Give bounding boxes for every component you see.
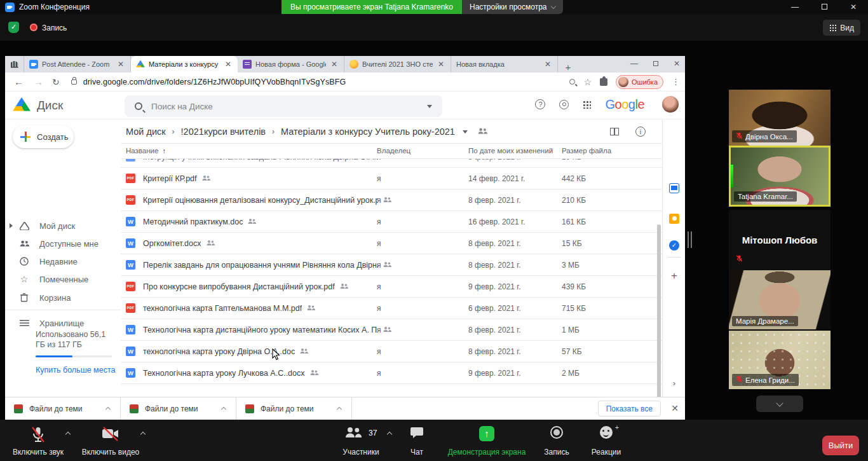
drive-logo-icon[interactable] — [13, 97, 31, 113]
column-modified[interactable]: По дате моих изменений — [468, 147, 553, 155]
tab-close-icon[interactable]: ✕ — [116, 60, 125, 69]
tab-close-icon[interactable]: ✕ — [224, 60, 233, 69]
new-tab-button[interactable]: + — [560, 62, 576, 72]
show-all-button[interactable]: Показать все — [598, 401, 661, 416]
record-button[interactable]: Запись — [539, 423, 574, 458]
expand-caret-icon[interactable] — [10, 223, 13, 228]
audio-options-chevron-icon[interactable] — [65, 432, 71, 437]
zoom-page-icon[interactable] — [569, 79, 575, 85]
file-row[interactable]: PDF Про конкурсне випробування Дистанцій… — [121, 276, 662, 298]
file-row[interactable]: W Перелік завдань для опрацювання учнями… — [121, 254, 662, 276]
participant-video-tile[interactable]: Двірна Окса... — [729, 90, 831, 146]
chevron-up-icon[interactable] — [105, 407, 111, 412]
tab-close-icon[interactable]: ✕ — [330, 60, 339, 69]
calendar-icon[interactable] — [669, 183, 679, 193]
breadcrumb-my-drive[interactable]: Мой диск — [126, 127, 166, 137]
minimize-button[interactable]: — — [780, 3, 810, 11]
file-row[interactable]: W Інструкція учням виконання завдань Рів… — [121, 159, 662, 168]
sidebar-item-my-drive[interactable]: Мой диск — [5, 217, 121, 235]
chat-button[interactable]: Чат — [402, 423, 432, 458]
search-options-caret-icon[interactable] — [427, 105, 432, 108]
sort-ascending-icon[interactable]: ↑ — [162, 147, 166, 155]
sidebar-item-recent[interactable]: Недавние — [5, 252, 121, 270]
buy-storage-link[interactable]: Купить больше места — [36, 366, 115, 375]
scroll-participants-down-button[interactable] — [756, 396, 803, 412]
view-button[interactable]: Вид — [823, 20, 860, 36]
security-shield-icon[interactable]: ✓ — [8, 22, 19, 33]
file-row[interactable]: W Технологічна карта уроку Лучкова А.С..… — [121, 362, 662, 384]
start-video-button[interactable]: Включить видео — [75, 423, 146, 458]
maximize-button[interactable] — [810, 3, 839, 11]
url-text[interactable]: drive.google.com/drive/folders/1Z6HzJfW0… — [83, 78, 346, 86]
file-name: Про конкурсне випробування Дистанційний … — [143, 282, 335, 291]
create-button[interactable]: Создать — [13, 125, 74, 148]
panel-drag-handle[interactable] — [688, 231, 692, 248]
folder-menu-caret-icon[interactable] — [463, 130, 468, 134]
file-row[interactable]: W Оргкомітет.docx я 8 февр. 2021 г. 15 К… — [121, 233, 662, 254]
participant-video-tile[interactable]: Елена Гриди... — [729, 331, 831, 389]
account-avatar[interactable] — [662, 96, 679, 113]
browser-menu-icon[interactable]: ⋮ — [672, 77, 680, 86]
files-bar-3[interactable]: Файли до теми — [236, 397, 352, 420]
sidebar-item-trash[interactable]: Корзина — [5, 289, 121, 306]
keep-icon[interactable] — [669, 214, 679, 224]
column-name[interactable]: Название — [126, 147, 158, 155]
browser-maximize-button[interactable] — [653, 59, 658, 68]
unmute-button[interactable]: Включить звук — [5, 423, 71, 458]
file-row[interactable]: W Методичний практикум.doc я 16 февр. 20… — [121, 211, 662, 233]
pinned-tab[interactable] — [5, 56, 24, 72]
share-screen-button[interactable]: ↑ Демонстрация экрана — [442, 423, 532, 458]
bookmark-star-icon[interactable]: ☆ — [583, 77, 592, 87]
column-owner[interactable]: Владелец — [377, 147, 410, 155]
close-button[interactable]: ✕ — [839, 3, 868, 11]
participant-video-tile[interactable]: Марія Драмаре... — [729, 270, 831, 329]
video-options-chevron-icon[interactable] — [140, 432, 146, 437]
column-size[interactable]: Размер файла — [562, 147, 611, 155]
add-addon-icon[interactable]: + — [663, 270, 686, 282]
files-bar-1[interactable]: Файли до теми — [5, 397, 121, 420]
sidebar-item-starred[interactable]: ☆ Помеченные — [5, 270, 121, 288]
chevron-up-icon[interactable] — [221, 407, 226, 412]
forward-icon[interactable]: → — [34, 76, 43, 87]
tab-new[interactable]: Новая вкладка ✕ — [451, 56, 558, 72]
files-bar-2[interactable]: Файли до теми — [121, 397, 236, 420]
tasks-icon[interactable]: ✓ — [669, 240, 679, 251]
file-row[interactable]: PDF технологічна карта Гаптельманова М.М… — [121, 298, 662, 319]
extensions-icon[interactable] — [600, 78, 607, 86]
browser-addressbar: ← → ↻ drive.google.com/drive/folders/1Z6… — [5, 72, 685, 92]
browser-close-button[interactable]: ✕ — [674, 59, 680, 68]
profile-error-badge[interactable]: Ошибка — [616, 75, 663, 89]
file-row[interactable]: W Технологічна карта дистанційного уроку… — [121, 319, 662, 341]
tab-post-attendee[interactable]: Post Attendee - Zoom ✕ — [24, 56, 131, 72]
file-row[interactable]: PDF Критерії оцінювання деталізовані кон… — [121, 189, 662, 211]
file-row[interactable]: PDF Критерії КР.pdf я 14 февр. 2021 г. 4… — [121, 168, 662, 189]
participant-video-tile[interactable]: Tatjana Kramar... — [729, 146, 831, 207]
breadcrumb-courses[interactable]: !2021курси вчителів — [181, 127, 266, 137]
settings-gear-icon[interactable] — [559, 100, 569, 109]
reactions-button[interactable]: + Реакции — [586, 423, 627, 458]
tab-zno[interactable]: Вчителі 2021 ЗНО стереоме ✕ — [344, 56, 451, 72]
tab-drive-materials[interactable]: Матеріали з конкурсу Учите ✕ — [131, 56, 238, 72]
reload-icon[interactable]: ↻ — [52, 77, 60, 87]
participant-video-tile[interactable]: Мітошоп Любов Мітошоп Любов — [729, 210, 831, 270]
participants-chevron-icon[interactable] — [387, 432, 392, 437]
back-icon[interactable]: ← — [14, 76, 24, 87]
tab-close-icon[interactable]: ✕ — [543, 60, 552, 69]
details-info-icon[interactable]: i — [635, 127, 646, 137]
help-icon[interactable]: ? — [535, 99, 545, 109]
grid-view-toggle-icon[interactable] — [610, 128, 619, 135]
sidebar-item-shared[interactable]: Доступные мне — [5, 235, 121, 252]
breadcrumb-current-folder[interactable]: Матеріали з конкурсу Учитель року-2021 — [281, 127, 455, 137]
google-apps-grid-icon[interactable] — [583, 100, 591, 109]
close-bars-icon[interactable]: ✕ — [671, 403, 679, 413]
chevron-up-icon[interactable] — [337, 407, 342, 412]
file-row[interactable]: W технологічна карта уроку Двірна О.А..d… — [121, 341, 662, 362]
leave-button[interactable]: Выйти — [822, 436, 859, 455]
drive-search-input[interactable]: Поиск на Диске — [125, 95, 442, 117]
participants-button[interactable]: 37 Участники — [330, 423, 391, 458]
view-settings-button[interactable]: Настройки просмотра — [462, 0, 563, 14]
tab-google-form[interactable]: Новая форма - Google Фор ✕ — [238, 56, 344, 72]
collapse-rail-icon[interactable]: › — [663, 378, 686, 388]
tab-close-icon[interactable]: ✕ — [437, 60, 445, 69]
browser-minimize-button[interactable]: — — [630, 59, 638, 68]
